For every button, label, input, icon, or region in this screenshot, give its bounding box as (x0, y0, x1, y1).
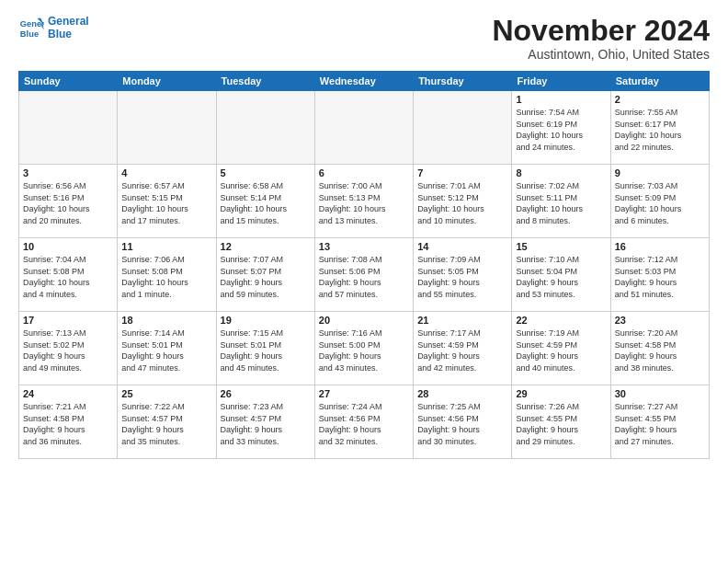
day-number: 3 (23, 167, 113, 178)
day-info: Sunrise: 7:01 AM Sunset: 5:12 PM Dayligh… (417, 180, 507, 226)
logo: General Blue General Blue (18, 15, 89, 40)
day-info: Sunrise: 7:54 AM Sunset: 6:19 PM Dayligh… (516, 107, 606, 153)
day-info: Sunrise: 7:07 AM Sunset: 5:07 PM Dayligh… (221, 254, 311, 300)
calendar-cell: 16Sunrise: 7:12 AM Sunset: 5:03 PM Dayli… (610, 238, 709, 312)
calendar-cell: 8Sunrise: 7:02 AM Sunset: 5:11 PM Daylig… (512, 165, 610, 238)
day-number: 9 (615, 167, 705, 178)
day-number: 1 (516, 94, 606, 105)
day-number: 30 (615, 388, 705, 399)
day-info: Sunrise: 7:02 AM Sunset: 5:11 PM Dayligh… (516, 180, 606, 226)
day-info: Sunrise: 7:13 AM Sunset: 5:02 PM Dayligh… (23, 327, 113, 373)
day-info: Sunrise: 7:25 AM Sunset: 4:56 PM Dayligh… (417, 401, 507, 447)
header: General Blue General Blue November 2024 … (18, 15, 710, 62)
calendar-cell: 17Sunrise: 7:13 AM Sunset: 5:02 PM Dayli… (19, 312, 118, 385)
day-info: Sunrise: 7:04 AM Sunset: 5:08 PM Dayligh… (23, 254, 113, 300)
day-info: Sunrise: 7:12 AM Sunset: 5:03 PM Dayligh… (615, 254, 705, 300)
calendar-cell: 20Sunrise: 7:16 AM Sunset: 5:00 PM Dayli… (314, 312, 413, 385)
weekday-header-friday: Friday (512, 72, 610, 91)
day-number: 8 (516, 167, 606, 178)
calendar-cell: 30Sunrise: 7:27 AM Sunset: 4:55 PM Dayli… (610, 385, 709, 459)
day-number: 25 (121, 388, 211, 399)
day-number: 13 (319, 241, 409, 252)
calendar-cell: 23Sunrise: 7:20 AM Sunset: 4:58 PM Dayli… (610, 312, 709, 385)
weekday-header-monday: Monday (118, 72, 216, 91)
day-number: 28 (417, 388, 507, 399)
day-number: 17 (23, 315, 113, 326)
day-info: Sunrise: 6:56 AM Sunset: 5:16 PM Dayligh… (23, 180, 113, 226)
calendar-week-2: 3Sunrise: 6:56 AM Sunset: 5:16 PM Daylig… (19, 165, 710, 238)
day-number: 4 (121, 167, 211, 178)
day-info: Sunrise: 7:06 AM Sunset: 5:08 PM Dayligh… (121, 254, 211, 300)
day-number: 2 (615, 94, 705, 105)
day-info: Sunrise: 7:08 AM Sunset: 5:06 PM Dayligh… (319, 254, 409, 300)
day-number: 23 (615, 315, 705, 326)
day-info: Sunrise: 7:19 AM Sunset: 4:59 PM Dayligh… (516, 327, 606, 373)
calendar-cell: 9Sunrise: 7:03 AM Sunset: 5:09 PM Daylig… (610, 165, 709, 238)
day-info: Sunrise: 7:14 AM Sunset: 5:01 PM Dayligh… (121, 327, 211, 373)
day-number: 16 (615, 241, 705, 252)
calendar-cell: 22Sunrise: 7:19 AM Sunset: 4:59 PM Dayli… (512, 312, 610, 385)
weekday-header-tuesday: Tuesday (216, 72, 314, 91)
calendar-cell (414, 91, 512, 165)
calendar-week-1: 1Sunrise: 7:54 AM Sunset: 6:19 PM Daylig… (19, 91, 710, 165)
calendar-cell: 3Sunrise: 6:56 AM Sunset: 5:16 PM Daylig… (19, 165, 118, 238)
day-number: 24 (23, 388, 113, 399)
weekday-header-thursday: Thursday (414, 72, 512, 91)
calendar-week-5: 24Sunrise: 7:21 AM Sunset: 4:58 PM Dayli… (19, 385, 710, 459)
day-info: Sunrise: 7:26 AM Sunset: 4:55 PM Dayligh… (516, 401, 606, 447)
location: Austintown, Ohio, United States (492, 47, 710, 62)
day-info: Sunrise: 7:23 AM Sunset: 4:57 PM Dayligh… (221, 401, 311, 447)
day-number: 27 (319, 388, 409, 399)
weekday-header-sunday: Sunday (19, 72, 118, 91)
calendar-cell: 21Sunrise: 7:17 AM Sunset: 4:59 PM Dayli… (414, 312, 512, 385)
day-info: Sunrise: 7:03 AM Sunset: 5:09 PM Dayligh… (615, 180, 705, 226)
weekday-header-row: SundayMondayTuesdayWednesdayThursdayFrid… (19, 72, 710, 91)
svg-text:Blue: Blue (20, 29, 39, 39)
day-info: Sunrise: 6:58 AM Sunset: 5:14 PM Dayligh… (221, 180, 311, 226)
day-info: Sunrise: 7:24 AM Sunset: 4:56 PM Dayligh… (319, 401, 409, 447)
calendar-table: SundayMondayTuesdayWednesdayThursdayFrid… (18, 71, 710, 459)
day-info: Sunrise: 7:16 AM Sunset: 5:00 PM Dayligh… (319, 327, 409, 373)
day-info: Sunrise: 7:22 AM Sunset: 4:57 PM Dayligh… (121, 401, 211, 447)
calendar-week-3: 10Sunrise: 7:04 AM Sunset: 5:08 PM Dayli… (19, 238, 710, 312)
calendar-cell: 18Sunrise: 7:14 AM Sunset: 5:01 PM Dayli… (118, 312, 216, 385)
calendar-cell: 24Sunrise: 7:21 AM Sunset: 4:58 PM Dayli… (19, 385, 118, 459)
day-info: Sunrise: 7:10 AM Sunset: 5:04 PM Dayligh… (516, 254, 606, 300)
calendar-cell: 7Sunrise: 7:01 AM Sunset: 5:12 PM Daylig… (414, 165, 512, 238)
calendar-cell (216, 91, 314, 165)
weekday-header-saturday: Saturday (610, 72, 709, 91)
day-number: 7 (417, 167, 507, 178)
day-info: Sunrise: 7:15 AM Sunset: 5:01 PM Dayligh… (221, 327, 311, 373)
day-info: Sunrise: 6:57 AM Sunset: 5:15 PM Dayligh… (121, 180, 211, 226)
calendar-cell: 27Sunrise: 7:24 AM Sunset: 4:56 PM Dayli… (314, 385, 413, 459)
calendar-cell: 10Sunrise: 7:04 AM Sunset: 5:08 PM Dayli… (19, 238, 118, 312)
logo-blue: Blue (48, 28, 89, 40)
calendar-cell: 26Sunrise: 7:23 AM Sunset: 4:57 PM Dayli… (216, 385, 314, 459)
calendar-cell: 2Sunrise: 7:55 AM Sunset: 6:17 PM Daylig… (610, 91, 709, 165)
day-number: 29 (516, 388, 606, 399)
day-number: 5 (221, 167, 311, 178)
calendar-cell: 28Sunrise: 7:25 AM Sunset: 4:56 PM Dayli… (414, 385, 512, 459)
title-block: November 2024 Austintown, Ohio, United S… (492, 15, 710, 62)
day-number: 10 (23, 241, 113, 252)
calendar-week-4: 17Sunrise: 7:13 AM Sunset: 5:02 PM Dayli… (19, 312, 710, 385)
day-number: 18 (121, 315, 211, 326)
logo-icon: General Blue (18, 15, 44, 40)
calendar-cell: 13Sunrise: 7:08 AM Sunset: 5:06 PM Dayli… (314, 238, 413, 312)
calendar-cell: 25Sunrise: 7:22 AM Sunset: 4:57 PM Dayli… (118, 385, 216, 459)
day-number: 15 (516, 241, 606, 252)
day-number: 12 (221, 241, 311, 252)
day-number: 26 (221, 388, 311, 399)
day-info: Sunrise: 7:27 AM Sunset: 4:55 PM Dayligh… (615, 401, 705, 447)
day-number: 21 (417, 315, 507, 326)
page: General Blue General Blue November 2024 … (0, 0, 728, 563)
weekday-header-wednesday: Wednesday (314, 72, 413, 91)
month-title: November 2024 (492, 15, 710, 47)
day-info: Sunrise: 7:21 AM Sunset: 4:58 PM Dayligh… (23, 401, 113, 447)
day-info: Sunrise: 7:55 AM Sunset: 6:17 PM Dayligh… (615, 107, 705, 153)
calendar-cell: 5Sunrise: 6:58 AM Sunset: 5:14 PM Daylig… (216, 165, 314, 238)
day-number: 14 (417, 241, 507, 252)
day-number: 6 (319, 167, 409, 178)
calendar-cell: 1Sunrise: 7:54 AM Sunset: 6:19 PM Daylig… (512, 91, 610, 165)
day-number: 22 (516, 315, 606, 326)
